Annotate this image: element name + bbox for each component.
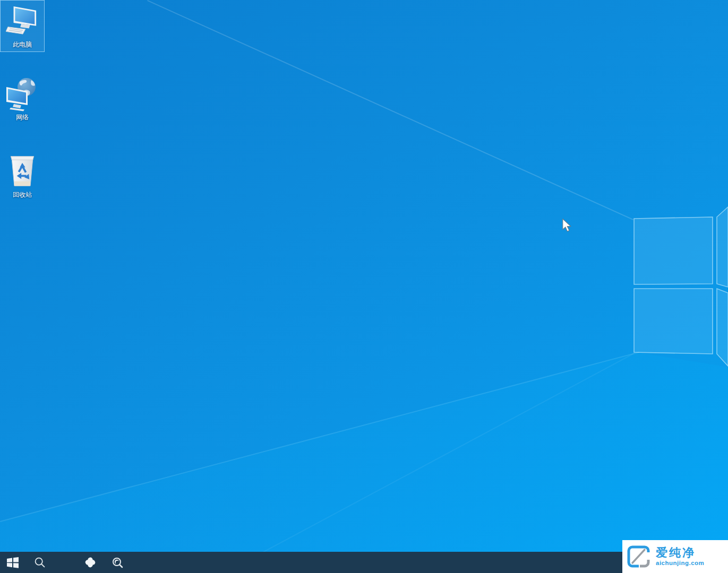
pinwheel-app-button[interactable]	[78, 552, 103, 573]
windows-logo-watermark	[633, 204, 728, 370]
floor-edge-ray	[0, 352, 639, 522]
this-pc-icon	[5, 4, 40, 39]
magnifier-clock-icon	[112, 557, 124, 569]
desktop-icon-this-pc[interactable]: 此电脑	[0, 0, 45, 52]
aichunjing-logo	[627, 544, 652, 569]
desktop-background[interactable]	[0, 0, 728, 573]
windows-start-icon	[6, 557, 19, 568]
watermark-domain: aichunjing.com	[656, 560, 704, 567]
aichunjing-watermark: 爱纯净 aichunjing.com	[622, 540, 728, 573]
light-ray	[147, 0, 633, 220]
watermark-title: 爱纯净	[656, 547, 704, 559]
wallpaper-floor	[0, 0, 728, 573]
icon-label: 回收站	[13, 191, 32, 198]
start-button[interactable]	[0, 552, 25, 573]
pinwheel-icon	[84, 556, 97, 569]
search-button[interactable]	[28, 552, 52, 573]
desktop-icon-recycle-bin[interactable]: 回收站	[0, 151, 45, 203]
recycle-bin-empty-icon	[5, 154, 40, 189]
beam-ray	[223, 353, 635, 573]
network-icon	[5, 76, 40, 111]
desktop-icon-network[interactable]: 网络	[0, 73, 45, 125]
search-icon	[34, 557, 46, 568]
icon-label: 此电脑	[13, 41, 32, 48]
magnifier-app-button[interactable]	[105, 552, 130, 573]
icon-label: 网络	[16, 114, 29, 121]
taskbar	[0, 552, 728, 573]
